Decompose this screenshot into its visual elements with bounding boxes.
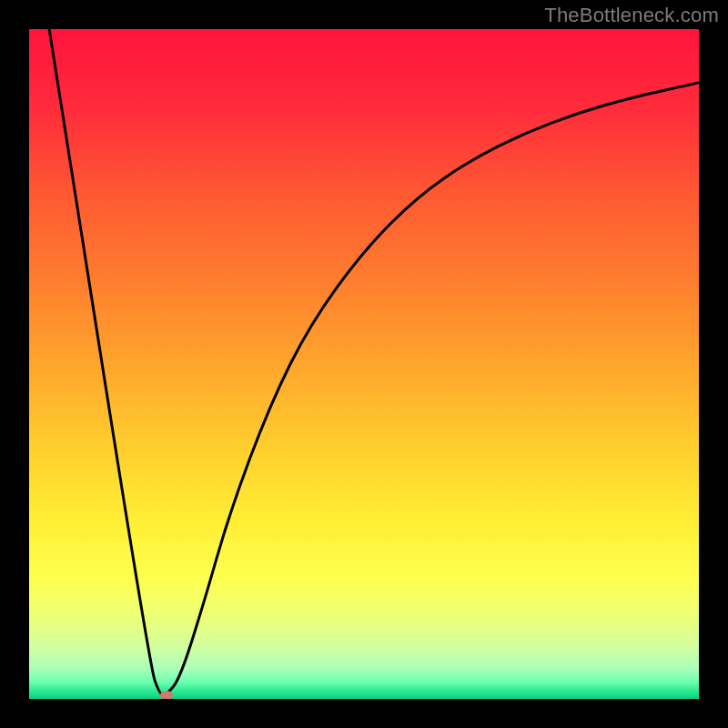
plot-area xyxy=(29,29,699,699)
bottleneck-curve xyxy=(49,29,699,695)
curve-layer xyxy=(29,29,699,699)
chart-frame: TheBottleneck.com xyxy=(0,0,728,728)
minimum-point-marker xyxy=(160,691,173,699)
watermark-text: TheBottleneck.com xyxy=(544,4,719,27)
